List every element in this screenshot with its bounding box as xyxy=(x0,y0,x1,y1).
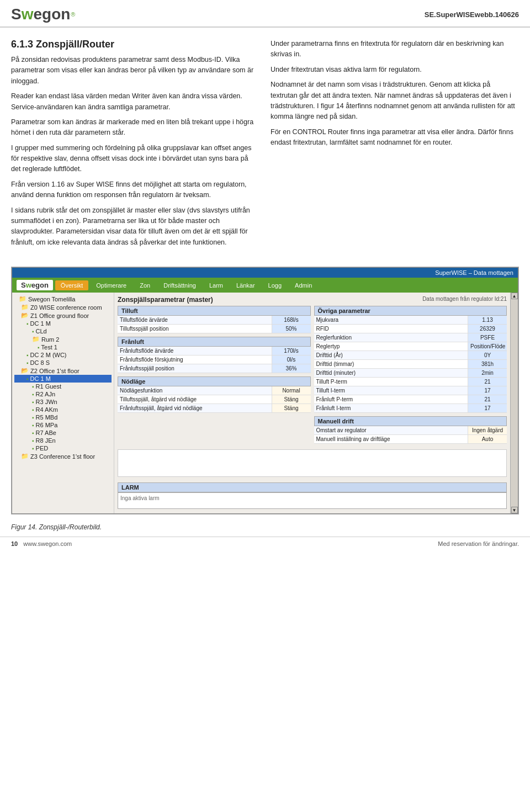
nav-btn-driftsattning[interactable]: Driftsättning xyxy=(158,280,202,290)
ovriga-name-3: Reglertyp xyxy=(314,342,469,351)
sidebar-item-3[interactable]: ▪DC 1 M xyxy=(14,320,112,327)
ovriga-value-9: 21 xyxy=(468,395,507,404)
ovriga-header: Övriga parametrar xyxy=(314,306,507,316)
sidebar-label-11: R1 Guest xyxy=(36,383,61,390)
sidebar-item-20[interactable]: 📁Z3 Conference 1'st floor xyxy=(14,452,112,460)
section-heading: 6.1.3 Zonspjäll/Router xyxy=(11,39,259,50)
franluft-name-2: Frånluftsspjäll position xyxy=(118,364,272,373)
folder-icon-0: 📁 xyxy=(19,295,26,302)
ovriga-value-6: 2min xyxy=(468,369,507,377)
swegon-logo: Swegon ® xyxy=(11,6,75,23)
nodlage-name-1: Tilluftsspjäll, åtgärd vid nödläge xyxy=(118,395,272,404)
sidebar-item-15[interactable]: ▪R5 MBd xyxy=(14,413,112,421)
nav-btn-zon[interactable]: Zon xyxy=(134,280,156,290)
sidebar-item-18[interactable]: ▪R8 JEn xyxy=(14,437,112,444)
sidebar-item-1[interactable]: 📁Z0 WISE conference room xyxy=(14,303,112,311)
folder-icon-20: 📁 xyxy=(21,453,29,460)
sidebar-item-17[interactable]: ▪R7 ABe xyxy=(14,429,112,437)
nav-btn-optimerare[interactable]: Optimerare xyxy=(91,280,132,290)
manuell-row-0: Omstart av regulator Ingen åtgärd xyxy=(314,426,507,435)
page-header: Swegon ® SE.SuperWISEwebb.140626 xyxy=(0,0,530,28)
page-number: 10 xyxy=(11,540,18,547)
node-icon-6: ▪ xyxy=(38,344,40,351)
ovriga-name-5: Drifttid (timmar) xyxy=(314,360,469,368)
ovriga-value-7: 21 xyxy=(468,378,507,386)
folder-icon-2: 📂 xyxy=(21,312,29,319)
ovriga-name-7: Tilluft P-term xyxy=(314,378,469,386)
tilluft-name-0: Tilluftsflöde ärvärde xyxy=(118,316,272,324)
node-icon-19: ▪ xyxy=(32,445,34,452)
nodlage-value-0[interactable]: Normal xyxy=(272,386,311,395)
para-3: Parametrar som kan ändras är markerade m… xyxy=(11,117,259,139)
sidebar-item-14[interactable]: ▪R4 AKm xyxy=(14,406,112,413)
scroll-down-btn[interactable]: ▼ xyxy=(511,507,518,513)
sidebar-label-0: Swegon Tomelilla xyxy=(28,296,75,302)
para-4: I grupper med summering och fördelning p… xyxy=(11,143,259,175)
sidebar-label-1: Z0 WISE conference room xyxy=(30,304,102,311)
tilluft-value-1: 50% xyxy=(272,325,311,333)
app-main-panel: Zonspjällsparametrar (master) Data motta… xyxy=(114,293,510,513)
ovriga-row-0: Mjukvara 1.13 xyxy=(314,316,507,325)
tilluft-section: Tilluft Tilluftsflöde ärvärde 168l/s Til… xyxy=(118,306,311,333)
node-icon-17: ▪ xyxy=(32,430,34,436)
sidebar-item-19[interactable]: ▪PED xyxy=(14,444,112,452)
nodlage-row-0: Nödlägesfunktion Normal xyxy=(118,386,311,395)
sidebar-label-4: CLd xyxy=(36,328,47,335)
ovriga-row-6: Drifttid (minuter) 2min xyxy=(314,369,507,378)
nodlage-value-1[interactable]: Stäng xyxy=(272,395,311,404)
main-content-area: 6.1.3 Zonspjäll/Router På zonsidan redov… xyxy=(0,28,530,258)
manuell-value-1[interactable]: Auto xyxy=(468,435,507,443)
logo-text: Swegon xyxy=(11,6,70,23)
titlebar-text: SuperWISE – Data mottagen xyxy=(435,269,513,276)
sidebar-item-10[interactable]: ▪DC 1 M xyxy=(14,375,112,383)
para-5: Från version 1.16 av Super WISE finns de… xyxy=(11,179,259,201)
main-panel-title: Zonspjällsparametrar (master) xyxy=(118,296,213,304)
sidebar-item-11[interactable]: ▪R1 Guest xyxy=(14,383,112,390)
node-icon-13: ▪ xyxy=(32,399,34,405)
nodlage-value-2[interactable]: Stäng xyxy=(272,404,311,412)
sidebar-item-12[interactable]: ▪R2 AJn xyxy=(14,390,112,398)
sidebar-item-13[interactable]: ▪R3 JWn xyxy=(14,398,112,406)
tilluft-value-0: 168l/s xyxy=(272,316,311,324)
footer-disclaimer: Med reservation för ändringar. xyxy=(438,540,519,547)
sidebar-label-3: DC 1 M xyxy=(30,320,51,327)
ovriga-name-6: Drifttid (minuter) xyxy=(314,369,469,377)
sidebar-item-2[interactable]: 📂Z1 Office ground floor xyxy=(14,311,112,320)
franluft-row-2: Frånluftsspjäll position 36% xyxy=(118,364,311,373)
scroll-up-btn[interactable]: ▲ xyxy=(511,293,518,299)
sidebar-label-8: DC 8 S xyxy=(30,359,50,366)
sidebar-label-15: R5 MBd xyxy=(36,414,58,421)
empty-area xyxy=(118,449,507,477)
para-1: På zonsidan redovisas produktens paramet… xyxy=(11,55,259,87)
tilluft-header: Tilluft xyxy=(118,306,311,316)
sidebar-item-0[interactable]: 📁Swegon Tomelilla xyxy=(14,295,112,303)
sidebar-item-9[interactable]: 📂Z2 Office 1'st floor xyxy=(14,367,112,375)
nav-btn-overview[interactable]: Översikt xyxy=(55,280,88,290)
nav-btn-admin[interactable]: Admin xyxy=(289,280,317,290)
data-received-label: Data mottagen från regulator Id:21 xyxy=(422,296,507,304)
manuell-header: Manuell drift xyxy=(314,416,507,426)
nav-btn-logg[interactable]: Logg xyxy=(263,280,287,290)
app-sidebar: 📁Swegon Tomelilla 📁Z0 WISE conference ro… xyxy=(12,293,114,513)
folder-icon-5: 📁 xyxy=(32,336,40,343)
ovriga-value-2: PSFE xyxy=(468,333,507,342)
sidebar-item-6[interactable]: ▪Test 1 xyxy=(14,343,112,351)
manuell-value-0[interactable]: Ingen åtgärd xyxy=(468,426,507,434)
node-icon-12: ▪ xyxy=(32,391,34,397)
franluft-row-1: Frånluftsflöde förskjutning 0l/s xyxy=(118,355,311,364)
sidebar-label-9: Z2 Office 1'st floor xyxy=(30,368,80,374)
left-column: 6.1.3 Zonspjäll/Router På zonsidan redov… xyxy=(11,39,259,252)
para-6: I sidans rubrik står det om zonspjället … xyxy=(11,205,259,248)
sidebar-item-7[interactable]: ▪DC 2 M (WC) xyxy=(14,351,112,359)
sidebar-item-4[interactable]: ▪CLd xyxy=(14,327,112,335)
app-logo: Swegon xyxy=(17,280,53,290)
nav-btn-larm[interactable]: Larm xyxy=(204,280,229,290)
sidebar-label-12: R2 AJn xyxy=(36,391,55,397)
app-body: 📁Swegon Tomelilla 📁Z0 WISE conference ro… xyxy=(12,293,518,513)
scrollbar[interactable]: ▲ ▼ xyxy=(510,293,518,513)
sidebar-item-16[interactable]: ▪R6 MPa xyxy=(14,421,112,429)
manuell-name-1: Manuell inställning av driftläge xyxy=(314,435,469,443)
sidebar-item-5[interactable]: 📁Rum 2 xyxy=(14,335,112,343)
sidebar-item-8[interactable]: ▪DC 8 S xyxy=(14,359,112,367)
nav-btn-lankar[interactable]: Länkar xyxy=(231,280,261,290)
